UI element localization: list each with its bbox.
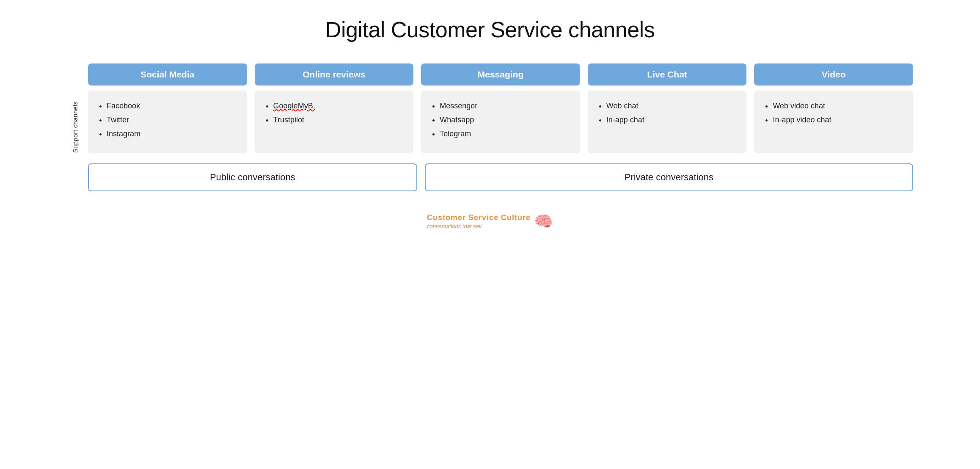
list-item-video-1: In-app video chat xyxy=(773,115,905,125)
column-messaging: MessagingMessengerWhatsappTelegram xyxy=(421,63,580,153)
column-video: VideoWeb video chatIn-app video chat xyxy=(754,63,913,153)
list-item-social-media-2: Instagram xyxy=(107,129,239,139)
column-body-live-chat: Web chatIn-app chat xyxy=(588,91,747,153)
column-header-live-chat: Live Chat xyxy=(588,63,747,86)
column-list-video: Web video chatIn-app video chat xyxy=(761,101,905,125)
list-item-social-media-0: Facebook xyxy=(107,101,239,111)
y-axis-label-container: Support channels xyxy=(67,63,84,191)
column-body-social-media: FacebookTwitterInstagram xyxy=(88,91,247,153)
brand-icon: 🧠 xyxy=(534,212,553,230)
list-item-online-reviews-0: GoogleMyB. xyxy=(273,101,405,111)
branding-section: Customer Service Culture conversations t… xyxy=(427,212,553,230)
public-conversations-box: Public conversations xyxy=(88,163,417,191)
brand-tagline: conversations that sell xyxy=(427,223,531,229)
list-item-messaging-2: Telegram xyxy=(440,129,572,139)
column-header-online-reviews: Online reviews xyxy=(255,63,414,86)
diagram-area: Social MediaFacebookTwitterInstagramOnli… xyxy=(88,63,913,191)
public-conversations-label: Public conversations xyxy=(210,172,295,183)
list-item-messaging-0: Messenger xyxy=(440,101,572,111)
column-social-media: Social MediaFacebookTwitterInstagram xyxy=(88,63,247,153)
column-body-messaging: MessengerWhatsappTelegram xyxy=(421,91,580,153)
column-body-video: Web video chatIn-app video chat xyxy=(754,91,913,153)
columns-row: Social MediaFacebookTwitterInstagramOnli… xyxy=(88,63,913,153)
column-header-social-media: Social Media xyxy=(88,63,247,86)
y-axis-label: Support channels xyxy=(72,102,79,153)
column-header-video: Video xyxy=(754,63,913,86)
list-item-video-0: Web video chat xyxy=(773,101,905,111)
column-online-reviews: Online reviewsGoogleMyB.Trustpilot xyxy=(255,63,414,153)
page-title: Digital Customer Service channels xyxy=(325,17,655,42)
list-item-online-reviews-1: Trustpilot xyxy=(273,115,405,125)
brand-text-block: Customer Service Culture conversations t… xyxy=(427,213,531,229)
column-list-online-reviews: GoogleMyB.Trustpilot xyxy=(262,101,405,125)
column-live-chat: Live ChatWeb chatIn-app chat xyxy=(588,63,747,153)
list-item-live-chat-1: In-app chat xyxy=(606,115,738,125)
column-list-live-chat: Web chatIn-app chat xyxy=(595,101,738,125)
list-item-messaging-1: Whatsapp xyxy=(440,115,572,125)
private-conversations-label: Private conversations xyxy=(625,172,713,183)
column-body-online-reviews: GoogleMyB.Trustpilot xyxy=(255,91,414,153)
bottom-row: Public conversations Private conversatio… xyxy=(88,163,913,191)
column-header-messaging: Messaging xyxy=(421,63,580,86)
main-content: Support channels Social MediaFacebookTwi… xyxy=(67,63,913,191)
column-list-social-media: FacebookTwitterInstagram xyxy=(95,101,239,140)
brand-row: Customer Service Culture conversations t… xyxy=(427,212,553,230)
list-item-live-chat-0: Web chat xyxy=(606,101,738,111)
column-list-messaging: MessengerWhatsappTelegram xyxy=(428,101,572,140)
brand-name: Customer Service Culture xyxy=(427,213,531,222)
private-conversations-box: Private conversations xyxy=(425,163,913,191)
list-item-social-media-1: Twitter xyxy=(107,115,239,125)
